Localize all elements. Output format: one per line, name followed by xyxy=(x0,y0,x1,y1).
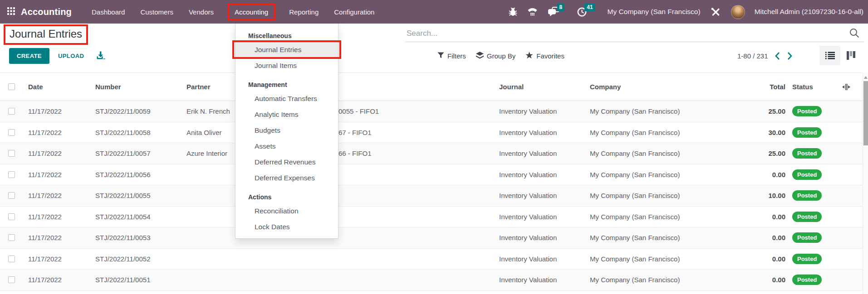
apps-grid-icon[interactable] xyxy=(7,7,15,17)
row-checkbox[interactable] xyxy=(8,276,15,283)
table-row-stj-2022-11-0058[interactable]: 11/17/2022STJ/2022/11/0058Anita Oliver67… xyxy=(0,122,863,144)
activity-clock-icon[interactable]: 41 xyxy=(577,7,598,17)
cell-company: My Company (San Francisco) xyxy=(590,107,735,115)
pager-previous-icon[interactable] xyxy=(775,52,780,60)
chat-icon[interactable]: 8 xyxy=(548,7,568,17)
tools-icon[interactable] xyxy=(710,6,721,18)
row-checkbox[interactable] xyxy=(8,192,15,199)
dropdown-item-deferred-revenues[interactable]: Deferred Revenues xyxy=(235,154,338,170)
table-row-stj-2022-11-0054[interactable]: 11/17/2022STJ/2022/11/0054Inventory Valu… xyxy=(0,207,863,228)
table-row-stj-2022-11-0059[interactable]: 11/17/2022STJ/2022/11/0059Erik N. French… xyxy=(0,101,863,122)
company-switcher[interactable]: My Company (San Francisco) xyxy=(608,8,701,16)
cell-total: 0.00 xyxy=(735,276,785,284)
cell-status: Posted xyxy=(785,275,839,285)
cell-reference: 67 - FIFO1 xyxy=(338,129,499,136)
cell-company: My Company (San Francisco) xyxy=(590,213,735,221)
table-body: 11/17/2022STJ/2022/11/0059Erik N. French… xyxy=(0,101,863,291)
cell-reference: 0055 - FIFO1 xyxy=(338,107,499,115)
table-row-stj-2022-11-0055[interactable]: 11/17/2022STJ/2022/11/0055Inventory Valu… xyxy=(0,185,863,207)
table-row-stj-2022-11-0051[interactable]: 11/17/2022STJ/2022/11/0051Inventory Valu… xyxy=(0,270,863,291)
row-checkbox[interactable] xyxy=(8,234,15,241)
row-checkbox[interactable] xyxy=(8,108,15,115)
nav-menu-reporting[interactable]: Reporting xyxy=(289,8,319,16)
user-avatar[interactable] xyxy=(731,5,745,19)
row-checkbox[interactable] xyxy=(8,150,15,157)
header-company[interactable]: Company xyxy=(590,83,735,91)
group-by-button[interactable]: Group By xyxy=(476,52,515,60)
cell-journal: Inventory Valuation xyxy=(499,107,590,115)
upload-button[interactable]: UPLOAD xyxy=(54,48,88,64)
scrollbar-thumb[interactable] xyxy=(863,81,868,145)
dropdown-item-lock-dates[interactable]: Lock Dates xyxy=(235,219,338,235)
user-menu[interactable]: Mitchell Admin (21097230-16-0-all) xyxy=(755,8,863,16)
dropdown-section-miscellaneous: Miscellaneous xyxy=(235,30,338,42)
cell-journal: Inventory Valuation xyxy=(499,171,590,178)
create-button[interactable]: CREATE xyxy=(9,48,49,64)
cell-status: Posted xyxy=(785,127,839,138)
dropdown-item-deferred-expenses[interactable]: Deferred Expenses xyxy=(235,170,338,186)
row-checkbox-cell xyxy=(0,213,28,220)
cell-number: STJ/2022/11/0056 xyxy=(95,171,186,178)
cell-number: STJ/2022/11/0058 xyxy=(95,129,186,136)
table-row-stj-2022-11-0053[interactable]: 11/17/2022STJ/2022/11/0053Inventory Valu… xyxy=(0,227,863,249)
table-row-stj-2022-11-0056[interactable]: 11/17/2022STJ/2022/11/0056Inventory Valu… xyxy=(0,164,863,186)
app-name[interactable]: Accounting xyxy=(21,7,72,17)
filter-bar: Filters Group By Favorites xyxy=(437,48,564,63)
nav-menu-configuration[interactable]: Configuration xyxy=(334,8,374,16)
status-badge: Posted xyxy=(792,254,822,264)
header-number[interactable]: Number xyxy=(95,83,186,91)
cell-total: 0.00 xyxy=(735,171,785,178)
row-checkbox[interactable] xyxy=(8,129,15,136)
favorites-button[interactable]: Favorites xyxy=(525,52,564,60)
view-switcher xyxy=(819,46,861,65)
nav-menu-accounting[interactable]: Accounting xyxy=(227,3,275,21)
search-icon[interactable] xyxy=(849,28,860,40)
cell-date: 11/17/2022 xyxy=(28,213,95,221)
dropdown-item-analytic-items[interactable]: Analytic Items xyxy=(235,106,338,122)
cell-company: My Company (San Francisco) xyxy=(590,129,735,136)
header-status[interactable]: Status xyxy=(785,83,839,91)
export-download-icon[interactable] xyxy=(96,51,106,62)
dropdown-item-journal-items[interactable]: Journal Items xyxy=(235,58,338,73)
cell-journal: Inventory Valuation xyxy=(499,234,590,241)
cell-journal: Inventory Valuation xyxy=(499,129,590,136)
list-view-button[interactable] xyxy=(819,46,840,65)
nav-menu-vendors[interactable]: Vendors xyxy=(189,8,214,16)
row-checkbox[interactable] xyxy=(8,255,15,262)
dropdown-item-automatic-transfers[interactable]: Automatic Transfers xyxy=(235,91,338,106)
phone-icon[interactable] xyxy=(527,7,538,17)
scrollbar-up-arrow-icon[interactable] xyxy=(864,76,868,79)
column-adjust-icon[interactable] xyxy=(842,83,863,91)
dropdown-item-budgets[interactable]: Budgets xyxy=(235,122,338,138)
table-header-row: DateNumberPartnerJournalCompanyTotalStat… xyxy=(0,73,863,101)
cell-total: 25.00 xyxy=(735,107,785,115)
cell-number: STJ/2022/11/0052 xyxy=(95,255,186,263)
nav-menu-dashboard[interactable]: Dashboard xyxy=(92,8,125,16)
vertical-scrollbar[interactable] xyxy=(863,73,868,294)
table-row-stj-2022-11-0057[interactable]: 11/17/2022STJ/2022/11/0057Azure Interior… xyxy=(0,143,863,164)
row-checkbox[interactable] xyxy=(8,213,15,220)
pager-next-icon[interactable] xyxy=(787,52,793,60)
search-input[interactable]: Search... xyxy=(405,25,864,42)
bug-icon[interactable] xyxy=(509,7,517,16)
kanban-view-button[interactable] xyxy=(840,46,861,65)
row-checkbox[interactable] xyxy=(8,171,15,178)
select-all-checkbox[interactable] xyxy=(8,83,15,90)
header-date[interactable]: Date xyxy=(28,83,95,91)
dropdown-item-journal-entries[interactable]: Journal Entries xyxy=(235,42,338,58)
header-total[interactable]: Total xyxy=(735,83,785,91)
table-row-stj-2022-11-0052[interactable]: 11/17/2022STJ/2022/11/0052Inventory Valu… xyxy=(0,249,863,270)
cell-total: 25.00 xyxy=(735,149,785,157)
cell-company: My Company (San Francisco) xyxy=(590,192,735,199)
dropdown-item-reconciliation[interactable]: Reconciliation xyxy=(235,203,338,219)
row-checkbox-cell xyxy=(0,234,28,241)
cell-date: 11/17/2022 xyxy=(28,107,95,115)
cell-reference: 66 - FIFO1 xyxy=(338,149,499,157)
cell-status: Posted xyxy=(785,212,839,222)
nav-menu-customers[interactable]: Customers xyxy=(140,8,173,16)
cell-journal: Inventory Valuation xyxy=(499,192,590,199)
filters-button[interactable]: Filters xyxy=(437,52,466,60)
header-journal[interactable]: Journal xyxy=(499,83,590,91)
cell-company: My Company (San Francisco) xyxy=(590,276,735,284)
dropdown-item-assets[interactable]: Assets xyxy=(235,138,338,154)
